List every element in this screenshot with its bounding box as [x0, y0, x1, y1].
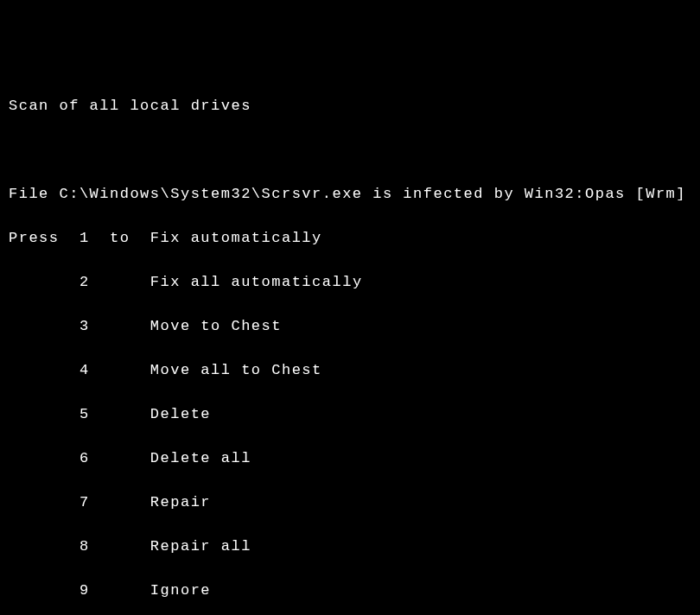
menu-option-8[interactable]: 8 Repair all [9, 536, 691, 558]
menu-label-6: Delete all [150, 450, 251, 466]
menu-option-4[interactable]: 4 Move all to Chest [9, 359, 691, 382]
infection-message: File C:\Windows\System32\Scrsvr.exe is i… [9, 183, 691, 206]
menu-label-8: Repair all [150, 538, 251, 555]
menu-option-3[interactable]: 3 Move to Chest [9, 315, 691, 338]
menu-option-9[interactable]: 9 Ignore [9, 580, 691, 602]
menu-key-2: 2 [80, 274, 90, 290]
menu-prefix: Press 1 to [9, 230, 150, 246]
menu-key-9: 9 [80, 582, 90, 599]
menu-key-3: 3 [80, 318, 90, 334]
menu-label-5: Delete [150, 406, 211, 422]
menu-label-7: Repair [150, 494, 211, 510]
menu-key-6: 6 [80, 450, 90, 466]
menu-label-2: Fix all automatically [150, 274, 363, 290]
menu-label-1: Fix automatically [150, 230, 322, 246]
menu-label-9: Ignore [150, 582, 211, 599]
menu-option-7[interactable]: 7 Repair [9, 491, 691, 514]
menu-label-3: Move to Chest [150, 318, 282, 334]
menu-key-5: 5 [80, 406, 90, 422]
menu-option-5[interactable]: 5 Delete [9, 403, 691, 426]
menu-key-4: 4 [80, 362, 90, 378]
menu-key-7: 7 [80, 494, 90, 510]
menu-label-4: Move all to Chest [150, 362, 322, 378]
menu-option-6[interactable]: 6 Delete all [9, 447, 691, 470]
menu-key-8: 8 [80, 538, 90, 555]
blank-line [9, 139, 691, 162]
menu-option-2[interactable]: 2 Fix all automatically [9, 271, 691, 294]
menu-option-1[interactable]: Press 1 to Fix automatically [9, 227, 691, 250]
scan-title: Scan of all local drives [9, 95, 691, 117]
